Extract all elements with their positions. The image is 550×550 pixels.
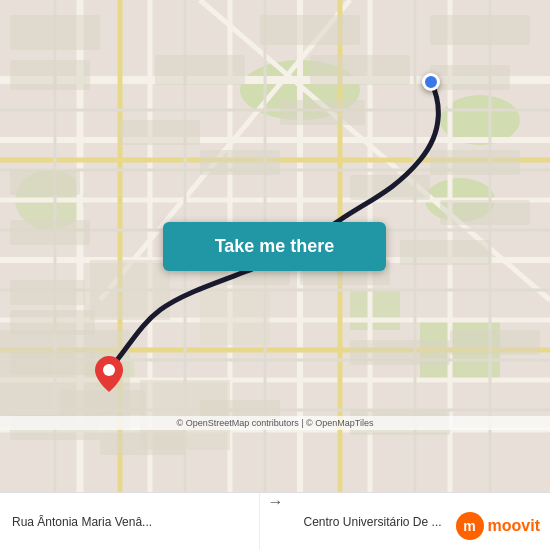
osm-attribution: © OpenStreetMap contributors | © OpenMap…: [0, 416, 550, 430]
svg-rect-52: [350, 175, 430, 200]
moovit-icon: m: [456, 512, 484, 540]
moovit-logo: m moovit: [456, 512, 540, 540]
svg-rect-58: [10, 350, 95, 375]
svg-rect-47: [260, 15, 360, 45]
svg-rect-44: [10, 170, 80, 195]
svg-rect-57: [10, 310, 95, 335]
svg-rect-55: [200, 150, 280, 175]
svg-rect-67: [450, 330, 540, 355]
origin-marker: [422, 73, 440, 91]
app-container: Take me there © OpenStreetMap contributo…: [0, 0, 550, 550]
svg-rect-48: [310, 55, 410, 85]
svg-rect-53: [280, 100, 365, 125]
moovit-letter: m: [463, 518, 475, 534]
svg-rect-54: [120, 120, 200, 145]
svg-rect-68: [400, 240, 490, 265]
svg-rect-46: [155, 55, 245, 85]
svg-rect-51: [430, 150, 520, 175]
svg-rect-56: [10, 280, 85, 305]
svg-rect-65: [100, 430, 185, 455]
take-me-there-button[interactable]: Take me there: [163, 222, 386, 271]
svg-rect-66: [60, 390, 145, 415]
destination-label: Centro Universitário De ...: [304, 515, 442, 529]
svg-rect-43: [10, 60, 90, 90]
moovit-brand-name: moovit: [488, 517, 540, 535]
arrow-icon: →: [268, 493, 284, 550]
svg-rect-42: [10, 15, 100, 50]
origin-section[interactable]: Rua Ântonia Maria Venâ...: [0, 493, 260, 550]
svg-rect-5: [350, 290, 400, 330]
origin-label: Rua Ântonia Maria Venâ...: [12, 515, 152, 529]
svg-rect-45: [10, 220, 90, 245]
map-area: Take me there © OpenStreetMap contributo…: [0, 0, 550, 492]
svg-rect-69: [440, 200, 530, 225]
destination-marker: [95, 356, 123, 392]
bottom-bar: Rua Ântonia Maria Venâ... → Centro Unive…: [0, 492, 550, 550]
svg-rect-50: [430, 65, 510, 90]
svg-rect-49: [430, 15, 530, 45]
svg-rect-30: [200, 290, 270, 345]
svg-point-70: [103, 364, 115, 376]
svg-rect-61: [350, 340, 450, 365]
